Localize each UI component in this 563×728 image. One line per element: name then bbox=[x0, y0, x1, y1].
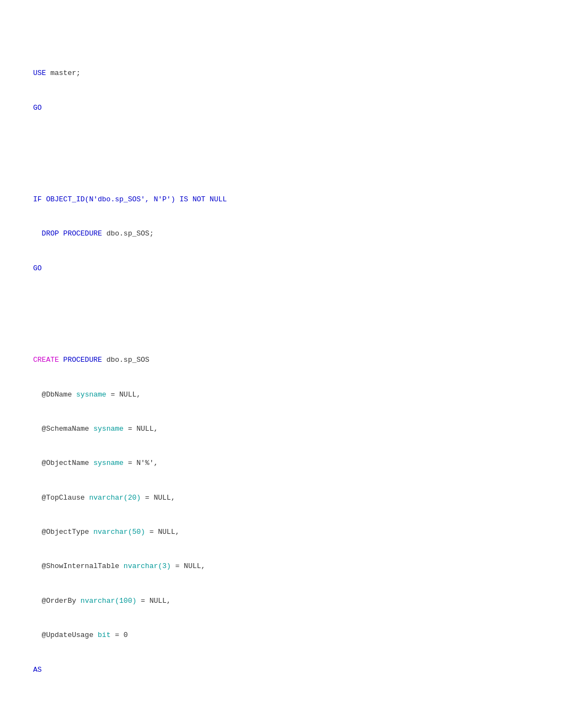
line-blank-1 bbox=[33, 137, 530, 148]
line-blank-3 bbox=[33, 699, 530, 710]
line-param-dbname: @DbName sysname = NULL, bbox=[33, 389, 530, 401]
line-drop: DROP PROCEDURE dbo.sp_SOS; bbox=[33, 228, 530, 240]
kw-procedure: PROCEDURE bbox=[63, 356, 107, 364]
code-block: USE master; GO IF OBJECT_ID(N'dbo.sp_SOS… bbox=[33, 22, 530, 728]
text-at-dbname: @DbName bbox=[33, 390, 76, 399]
line-param-orderby: @OrderBy nvarchar(100) = NULL, bbox=[33, 596, 530, 607]
text-null-3: = NULL, bbox=[141, 494, 175, 502]
line-param-objectname: @ObjectName sysname = N'%', bbox=[33, 458, 530, 469]
kw-if: IF OBJECT_ID(N'dbo.sp_SOS', N'P') IS NOT… bbox=[33, 195, 227, 204]
text-proc-name: dbo.sp_SOS bbox=[107, 356, 150, 364]
text-null-4: = NULL, bbox=[145, 528, 179, 536]
line-param-schemaname: @SchemaName sysname = NULL, bbox=[33, 424, 530, 435]
line-use: USE master; bbox=[33, 68, 530, 79]
text-zero: = 0 bbox=[110, 631, 128, 639]
line-go-2: GO bbox=[33, 263, 530, 275]
text-null-5: = NULL, bbox=[171, 562, 205, 570]
line-blank-2 bbox=[33, 297, 530, 309]
kw-use: USE bbox=[33, 69, 50, 77]
kw-drop: DROP PROCEDURE bbox=[33, 229, 107, 238]
line-create: CREATE PROCEDURE dbo.sp_SOS bbox=[33, 355, 530, 366]
kw-go-2: GO bbox=[33, 264, 42, 272]
kw-nvarchar-50: nvarchar(50) bbox=[93, 528, 145, 536]
text-at-showinternaltable: @ShowInternalTable bbox=[33, 562, 124, 570]
text-at-orderby: @OrderBy bbox=[33, 597, 81, 605]
kw-nvarchar-3: nvarchar(3) bbox=[124, 562, 171, 570]
kw-sysname-3: sysname bbox=[93, 459, 124, 467]
code-container: USE master; GO IF OBJECT_ID(N'dbo.sp_SOS… bbox=[0, 0, 563, 728]
text-null-2: = NULL, bbox=[124, 425, 158, 433]
line-param-objecttype: @ObjectType nvarchar(50) = NULL, bbox=[33, 527, 530, 538]
line-go-1: GO bbox=[33, 103, 530, 114]
line-if: IF OBJECT_ID(N'dbo.sp_SOS', N'P') IS NOT… bbox=[33, 194, 530, 206]
kw-sysname-2: sysname bbox=[93, 425, 124, 433]
text-at-objectname: @ObjectName bbox=[33, 459, 93, 467]
text-master: master; bbox=[50, 69, 81, 77]
kw-create: CREATE bbox=[33, 356, 63, 364]
kw-nvarchar-100: nvarchar(100) bbox=[81, 597, 136, 605]
kw-nvarchar-20: nvarchar(20) bbox=[89, 494, 141, 502]
text-at-schemaname: @SchemaName bbox=[33, 425, 93, 433]
kw-as: AS bbox=[33, 666, 42, 674]
line-param-topclause: @TopClause nvarchar(20) = NULL, bbox=[33, 493, 530, 504]
line-param-updateusage: @UpdateUsage bit = 0 bbox=[33, 630, 530, 641]
text-null-1: = NULL, bbox=[107, 390, 141, 399]
kw-bit: bit bbox=[98, 631, 110, 639]
text-default-pct: = N'%', bbox=[124, 459, 158, 467]
kw-go-1: GO bbox=[33, 104, 42, 112]
kw-sysname-1: sysname bbox=[76, 390, 107, 399]
line-as: AS bbox=[33, 665, 530, 676]
text-at-updateusage: @UpdateUsage bbox=[33, 631, 98, 639]
text-null-6: = NULL, bbox=[136, 597, 171, 605]
text-at-objecttype: @ObjectType bbox=[33, 528, 93, 536]
text-at-topclause: @TopClause bbox=[33, 494, 89, 502]
line-param-showinternaltable: @ShowInternalTable nvarchar(3) = NULL, bbox=[33, 561, 530, 572]
text-drop-target: dbo.sp_SOS; bbox=[107, 229, 154, 238]
